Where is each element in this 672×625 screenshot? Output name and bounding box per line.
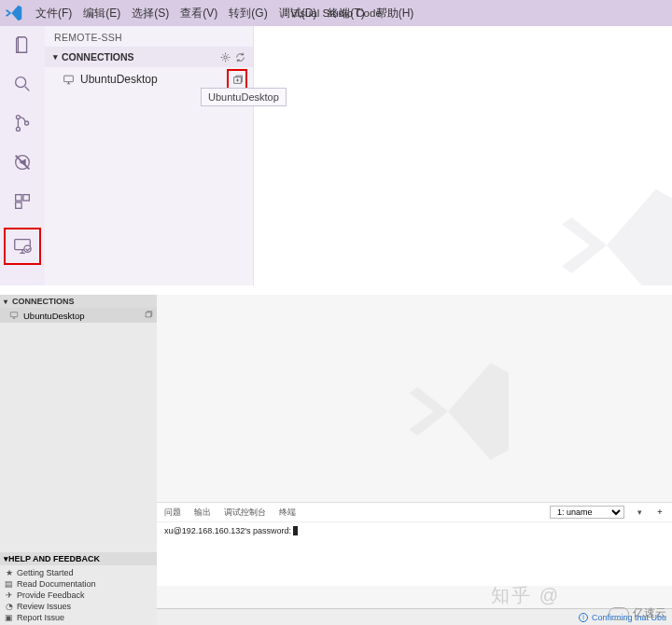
- terminal-cursor: [293, 526, 298, 535]
- connection-tooltip: UbuntuDesktop: [201, 88, 287, 106]
- yisuyun-label: 亿速云: [633, 605, 666, 621]
- bottom-main: 问题 输出 调试控制台 终端 1: uname ▾ + xu@192.168.1…: [157, 295, 672, 625]
- tab-terminal[interactable]: 终端: [279, 507, 296, 519]
- issues-icon: ◔: [4, 602, 14, 611]
- monitor-icon: [62, 73, 75, 86]
- zhihu-watermark: 知乎 @: [491, 583, 560, 608]
- svg-rect-11: [63, 76, 73, 82]
- svg-rect-6: [23, 195, 29, 201]
- terminal-body[interactable]: xu@192.168.160.132's password:: [157, 522, 672, 539]
- svg-rect-13: [10, 312, 18, 316]
- editor-area: [254, 26, 672, 285]
- help-review-issues[interactable]: ◔Review Issues: [4, 601, 153, 612]
- menu-debug[interactable]: 调试(D): [273, 6, 323, 21]
- help-read-docs[interactable]: ▤Read Documentation: [4, 578, 153, 590]
- debug-icon[interactable]: [9, 149, 35, 175]
- source-control-icon[interactable]: [9, 110, 35, 136]
- yisuyun-watermark: 亿速云: [609, 605, 666, 621]
- vscode-watermark-icon: [551, 175, 672, 285]
- help-item-label: Report Issue: [17, 613, 64, 622]
- svg-point-0: [16, 77, 26, 88]
- help-item-label: Read Documentation: [17, 579, 96, 589]
- gear-icon[interactable]: [217, 49, 232, 64]
- menu-terminal[interactable]: 终端(T): [322, 6, 370, 21]
- help-item-label: Provide Feedback: [17, 590, 85, 600]
- menu-bar: 文件(F) 编辑(E) 选择(S) 查看(V) 转到(G) 调试(D) 终端(T…: [0, 0, 672, 26]
- menu-go[interactable]: 转到(G): [223, 6, 273, 21]
- terminal-selector[interactable]: 1: uname: [550, 506, 624, 519]
- new-window-highlight: [227, 69, 247, 90]
- twitter-icon: ✈: [4, 590, 14, 600]
- tab-problems[interactable]: 问题: [164, 507, 181, 519]
- panel-tabs: 问题 输出 调试控制台 终端 1: uname ▾ +: [157, 503, 672, 522]
- remote-explorer-icon[interactable]: [9, 233, 35, 259]
- report-icon: ▣: [4, 613, 14, 622]
- monitor-icon: [9, 311, 20, 321]
- help-item-label: Getting Started: [17, 568, 74, 577]
- open-new-window-icon[interactable]: [230, 72, 245, 87]
- status-bar: i Confirming that Ubu: [157, 608, 672, 625]
- help-feedback-label: HELP AND FEEDBACK: [8, 554, 100, 563]
- bottom-connections-header[interactable]: ▾ CONNECTIONS: [0, 295, 157, 308]
- chevron-down-icon: ▾: [50, 52, 60, 62]
- menu-view[interactable]: 查看(V): [175, 6, 223, 21]
- search-icon[interactable]: [9, 71, 35, 97]
- vscode-logo-icon: [4, 3, 24, 23]
- tab-debug-console[interactable]: 调试控制台: [224, 507, 266, 519]
- open-new-window-icon[interactable]: [144, 310, 153, 321]
- menu-edit[interactable]: 编辑(E): [77, 6, 126, 21]
- info-icon: i: [579, 613, 588, 622]
- activity-bar: [0, 26, 45, 285]
- svg-point-3: [25, 121, 29, 125]
- connections-header[interactable]: ▾ CONNECTIONS: [45, 47, 253, 67]
- svg-rect-5: [16, 195, 21, 201]
- panel-title: REMOTE-SSH: [45, 26, 253, 47]
- help-getting-started[interactable]: ★Getting Started: [4, 567, 153, 578]
- svg-point-1: [16, 116, 20, 119]
- bottom-connection-item[interactable]: UbuntuDesktop: [0, 308, 157, 323]
- svg-point-10: [223, 55, 226, 58]
- new-terminal-button[interactable]: +: [655, 507, 665, 517]
- terminal-panel: 问题 输出 调试控制台 终端 1: uname ▾ + xu@192.168.1…: [157, 502, 672, 586]
- svg-rect-7: [16, 202, 21, 208]
- connection-name: UbuntuDesktop: [80, 73, 227, 86]
- cloud-icon: [609, 607, 629, 620]
- chevron-down-icon: ▾: [4, 298, 12, 306]
- remote-explorer-highlight: [4, 228, 41, 265]
- connections-header-label: CONNECTIONS: [62, 51, 217, 62]
- refresh-icon[interactable]: [232, 49, 247, 64]
- terminal-line: xu@192.168.160.132's password:: [164, 526, 293, 535]
- vscode-watermark-icon: [399, 351, 521, 472]
- help-report-issue[interactable]: ▣Report Issue: [4, 612, 153, 623]
- svg-point-2: [16, 127, 20, 131]
- terminal-selector-arrow-icon: ▾: [637, 507, 642, 517]
- menu-select[interactable]: 选择(S): [126, 6, 175, 21]
- menu-file[interactable]: 文件(F): [30, 6, 77, 21]
- svg-rect-14: [146, 312, 151, 317]
- explorer-icon[interactable]: [9, 32, 35, 58]
- bottom-connections-label: CONNECTIONS: [12, 297, 75, 306]
- remote-ssh-sidebar: REMOTE-SSH ▾ CONNECTIONS UbuntuDesktop: [45, 26, 254, 285]
- bottom-sidebar: ▾ CONNECTIONS UbuntuDesktop ▾ HELP AND F…: [0, 295, 157, 625]
- help-item-label: Review Issues: [17, 602, 71, 611]
- help-provide-feedback[interactable]: ✈Provide Feedback: [4, 590, 153, 601]
- menu-help[interactable]: 帮助(H): [371, 6, 420, 21]
- help-feedback-header[interactable]: ▾ HELP AND FEEDBACK: [0, 552, 157, 565]
- book-icon: ▤: [4, 579, 14, 589]
- extensions-icon[interactable]: [9, 188, 35, 215]
- tab-output[interactable]: 输出: [194, 507, 211, 519]
- bottom-connection-name: UbuntuDesktop: [23, 311, 144, 321]
- star-icon: ★: [4, 568, 14, 577]
